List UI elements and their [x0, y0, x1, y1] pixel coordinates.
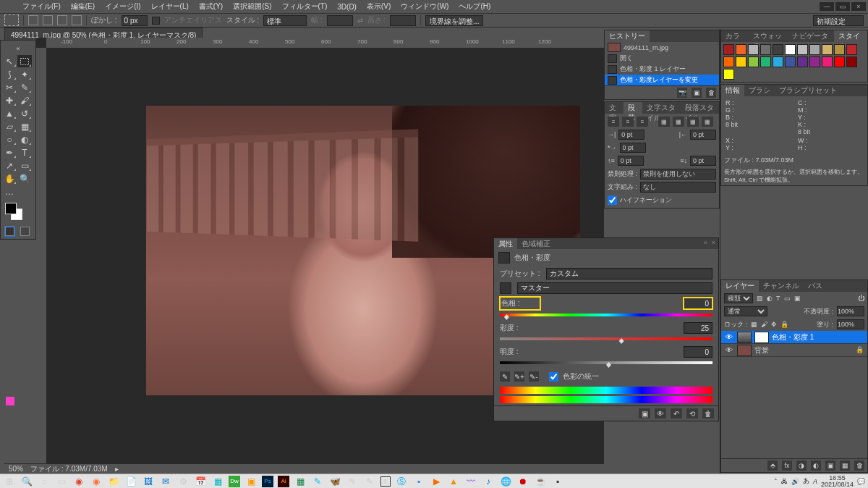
ime-icon[interactable]: あ — [803, 476, 809, 486]
zoom-level[interactable]: 50% — [9, 465, 23, 473]
swatch[interactable] — [834, 44, 845, 55]
swatch[interactable] — [846, 44, 857, 55]
swatch[interactable] — [760, 56, 771, 67]
lock-paint-icon[interactable]: 🖌 — [761, 321, 767, 328]
layer-name[interactable]: 色相・彩度 1 — [772, 332, 814, 342]
kinsoku-select[interactable]: 禁則を使用しない — [640, 169, 716, 180]
swatch[interactable] — [748, 44, 759, 55]
space-after-input[interactable] — [690, 156, 716, 166]
new-layer-icon[interactable]: ▦ — [840, 460, 850, 471]
gradient-tool[interactable]: ▦ — [17, 120, 32, 132]
tab-channels[interactable]: チャンネル — [759, 280, 804, 292]
zoom-tool[interactable]: 🔍 — [17, 172, 32, 185]
history-brush-tool[interactable]: ↺ — [17, 107, 32, 119]
menu-view[interactable]: 表示(V) — [362, 0, 396, 13]
type-tool[interactable]: T — [17, 146, 32, 159]
zoom-icon[interactable]: ▪ — [412, 476, 425, 487]
history-file[interactable]: 4994111_m.jpg — [605, 42, 719, 53]
photos-icon[interactable]: 🖼 — [142, 476, 155, 487]
filter-smart-icon[interactable]: ▣ — [794, 295, 801, 302]
layer-row[interactable]: 👁 色相・彩度 1 — [721, 331, 867, 344]
marquee-tool[interactable] — [17, 55, 32, 67]
chrome-icon[interactable]: ◉ — [72, 476, 85, 487]
ime-mode-icon[interactable]: A — [813, 478, 817, 485]
tab-paragraph[interactable]: 段落 — [624, 102, 642, 114]
hue-input[interactable] — [684, 298, 712, 309]
photoshop-icon[interactable]: Ps — [262, 476, 273, 487]
camera-icon[interactable]: 📷 — [677, 88, 687, 98]
marquee-mode-intersect-icon[interactable] — [72, 15, 82, 25]
history-item[interactable]: 色相・彩度レイヤーを変更 — [605, 75, 719, 85]
app-icon[interactable]: ✎ — [311, 476, 324, 487]
eyedropper-tool[interactable]: ✎ — [17, 81, 32, 93]
close-panel-icon[interactable]: × — [712, 239, 715, 246]
opacity-input[interactable] — [837, 306, 864, 316]
volume-icon[interactable]: 🔊 — [791, 478, 799, 485]
menu-image[interactable]: イメージ(I) — [100, 0, 145, 13]
explorer-icon[interactable]: 📁 — [107, 476, 120, 487]
filter-adjust-icon[interactable]: ◐ — [767, 295, 773, 302]
justify-center-icon[interactable]: ▦ — [673, 117, 684, 127]
trash-icon[interactable]: 🗑 — [706, 88, 716, 98]
justify-all-icon[interactable]: ▦ — [702, 117, 713, 127]
swatch[interactable] — [822, 44, 833, 55]
notepad-icon[interactable]: 📄 — [124, 476, 137, 487]
reset-icon[interactable]: ⟲ — [686, 408, 698, 418]
tab-swatches[interactable]: スウォッチ — [749, 30, 788, 42]
shape-tool[interactable]: ▭ — [17, 159, 32, 172]
swatch[interactable] — [723, 44, 734, 55]
align-left-icon[interactable]: ≡ — [608, 117, 619, 127]
app-icon[interactable]: ✎ — [346, 476, 359, 487]
swatch[interactable] — [797, 56, 808, 67]
wand-tool[interactable]: ✦ — [17, 68, 32, 80]
more-tool[interactable]: … — [2, 185, 17, 198]
targeted-adjustment-icon[interactable] — [500, 282, 511, 294]
trash-icon[interactable]: 🗑 — [854, 460, 864, 471]
trash-icon[interactable]: 🗑 — [702, 408, 714, 418]
tray-expand-icon[interactable]: ˄ — [774, 478, 778, 485]
path-tool[interactable]: ↗ — [2, 159, 17, 172]
swatch[interactable] — [748, 56, 759, 67]
record-icon[interactable]: ⏺ — [516, 476, 529, 487]
swatch[interactable] — [809, 56, 820, 67]
layer-filter-select[interactable]: 種類 — [724, 293, 753, 303]
new-icon[interactable]: ▣ — [692, 88, 702, 98]
start-button[interactable]: ⊞ — [3, 476, 16, 487]
excel-icon[interactable]: ▦ — [294, 476, 307, 487]
firefox-icon[interactable]: ◉ — [90, 476, 103, 487]
lock-all-icon[interactable]: 🔒 — [780, 321, 788, 328]
swatch[interactable] — [736, 44, 746, 55]
eyedropper-add-icon[interactable]: ✎+ — [514, 371, 524, 382]
sat-slider[interactable] — [500, 337, 712, 345]
link-icon[interactable]: ⬘ — [767, 460, 778, 471]
notifications-icon[interactable]: 💬 — [857, 478, 865, 485]
swatch[interactable] — [785, 56, 796, 67]
close-button[interactable]: × — [851, 1, 867, 12]
tab-layers[interactable]: レイヤー — [721, 280, 759, 292]
refine-edge-button[interactable]: 境界線を調整... — [425, 15, 483, 26]
menu-filter[interactable]: フィルター(T) — [277, 0, 333, 13]
lig-input[interactable] — [684, 346, 712, 358]
sublime-icon[interactable]: ▣ — [244, 476, 258, 487]
space-before-input[interactable] — [618, 156, 644, 166]
collapse-icon[interactable]: « — [704, 239, 707, 246]
tab-color-correction[interactable]: 色域補正 — [517, 238, 555, 249]
eraser-tool[interactable]: ▱ — [2, 120, 17, 132]
menu-help[interactable]: ヘルプ(H) — [454, 0, 495, 13]
mask-thumb[interactable] — [754, 332, 769, 343]
brush-tool[interactable]: 🖌 — [17, 94, 32, 106]
swatch[interactable] — [723, 56, 734, 67]
eye-icon[interactable]: 👁 — [724, 345, 734, 356]
app-icon[interactable]: ▦ — [211, 476, 224, 487]
group-icon[interactable]: ▣ — [825, 460, 835, 471]
reset-prev-icon[interactable]: ↶ — [671, 408, 682, 418]
blend-mode-select[interactable]: 通常 — [724, 306, 767, 316]
tab-charstyle[interactable]: 文字スタイル — [642, 102, 681, 114]
justify-left-icon[interactable]: ▦ — [658, 117, 670, 127]
media-icon[interactable]: ▶ — [430, 476, 443, 487]
menu-type[interactable]: 書式(Y) — [194, 0, 228, 13]
layer-row[interactable]: 👁 背景 🔒 — [721, 344, 867, 357]
butterfly-icon[interactable]: 🦋 — [328, 476, 341, 487]
cortana-icon[interactable]: ○ — [38, 476, 51, 487]
tab-paths[interactable]: パス — [804, 280, 827, 292]
